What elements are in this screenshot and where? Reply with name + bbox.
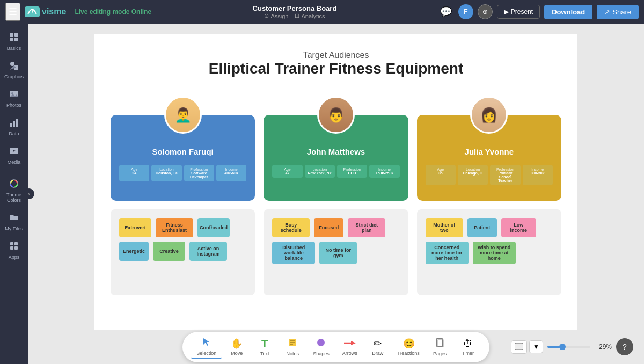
topbar: ☰ visme Live editing mode Online Custome… [0, 0, 644, 24]
svg-rect-17 [14, 242, 18, 245]
photos-label: Photos [6, 103, 21, 108]
present-button[interactable]: ▶ Present [497, 5, 540, 19]
my-files-label: My Files [5, 226, 23, 231]
tool-selection[interactable]: Selection [191, 335, 222, 359]
menu-icon: ☰ [9, 6, 17, 17]
view-toggle: ▼ [511, 340, 543, 354]
sticky-note: Patient [467, 218, 497, 237]
sidebar-item-data[interactable]: Data [1, 113, 27, 141]
tool-text[interactable]: T Text [252, 336, 277, 359]
svg-rect-1 [14, 33, 18, 37]
assign-action[interactable]: ⊙ Assign [264, 12, 288, 19]
draw-icon: ✏ [374, 338, 382, 350]
avatar-julia: 👩 [470, 96, 508, 134]
notes-label: Notes [286, 351, 299, 356]
canvas-content: Target Audiences Elliptical Trainer Fitn… [94, 34, 577, 330]
download-button[interactable]: Download [544, 5, 592, 19]
assign-icon: ⊙ [264, 12, 269, 19]
my-files-icon [9, 213, 19, 224]
canvas-subtitle: Target Audiences [111, 50, 561, 60]
stat-profession-john: Profession CEO [337, 165, 367, 178]
sticky-note: Focused [314, 218, 343, 237]
stat-age-solomon: Age 24 [119, 165, 149, 181]
tool-draw[interactable]: ✏ Draw [365, 336, 391, 358]
tool-timer[interactable]: ⏱ Timer [455, 336, 481, 358]
theme-colors-icon [9, 179, 19, 191]
sticky-note: Confheaded [197, 218, 230, 237]
persona-name-john: John Matthews [307, 147, 365, 156]
persona-stats-solomon: Age 24 Location Houston, TX Profession S… [119, 165, 246, 181]
avatar-john: 👨 [317, 96, 355, 134]
user-avatar-button[interactable]: F [458, 4, 473, 19]
sticky-panel-john[interactable]: Busy schedule Focused Strict diet plan D… [264, 209, 408, 295]
stat-profession-julia: Profession Primary School Teacher [490, 165, 520, 185]
sidebar-item-photos[interactable]: Photos [1, 85, 27, 112]
sticky-note: No time for gym [319, 242, 357, 264]
comment-button[interactable]: 💬 [438, 4, 454, 20]
group-avatar-button[interactable]: ⊕ [478, 4, 493, 19]
sticky-note: Active on Instagram [189, 242, 227, 261]
project-actions: ⊙ Assign ⊞ Analytics [264, 12, 325, 19]
zoom-slider-track[interactable] [547, 346, 590, 348]
analytics-action[interactable]: ⊞ Analytics [295, 12, 325, 19]
media-label: Media [8, 159, 21, 165]
bottom-toolbar: Selection ✋ Move T Text Notes [28, 330, 644, 364]
canvas-scroll[interactable]: Target Audiences Elliptical Trainer Fitn… [28, 24, 644, 330]
tool-shapes[interactable]: Shapes [308, 336, 335, 359]
tool-reactions[interactable]: 😊 Reactions [393, 336, 425, 358]
tool-arrows[interactable]: Arrows [337, 336, 363, 358]
move-icon: ✋ [231, 338, 243, 350]
sidebar-item-graphics[interactable]: Graphics [1, 56, 27, 84]
zoom-slider-thumb[interactable] [559, 344, 566, 350]
svg-rect-11 [13, 121, 15, 127]
reactions-label: Reactions [398, 351, 420, 356]
draw-label: Draw [372, 351, 383, 356]
sidebar-item-theme-colors[interactable]: Theme Colors [1, 174, 27, 207]
selection-label: Selection [196, 351, 216, 356]
sidebar-item-basics[interactable]: Basics [1, 28, 27, 55]
tool-pages[interactable]: Pages [427, 336, 453, 359]
photos-icon [9, 89, 19, 101]
share-button[interactable]: ↗ Share [597, 5, 639, 19]
svg-rect-12 [16, 119, 18, 127]
bottom-right-controls: ▼ 29% ? [511, 338, 633, 355]
sticky-panel-solomon[interactable]: Extrovert Fitness Enthusiast Confheaded … [111, 209, 255, 295]
svg-point-4 [10, 62, 14, 66]
zoom-control: 29% [547, 343, 612, 351]
help-button[interactable]: ? [616, 338, 633, 355]
view-toggle-button[interactable] [511, 340, 527, 354]
persona-card-john[interactable]: 👨 John Matthews Age 47 Location New York… [264, 115, 408, 201]
basics-icon [9, 32, 19, 44]
tool-notes[interactable]: Notes [280, 336, 305, 359]
sidebar-expand-button[interactable]: › [24, 188, 34, 199]
svg-marker-26 [351, 341, 356, 345]
svg-point-24 [317, 339, 325, 346]
tool-move[interactable]: ✋ Move [224, 336, 250, 358]
comment-icon: 💬 [440, 6, 452, 17]
arrows-label: Arrows [342, 351, 357, 356]
canvas-title: Elliptical Trainer Fitness Equipment [111, 60, 561, 77]
reactions-icon: 😊 [403, 338, 415, 350]
sidebar-item-my-files[interactable]: My Files [1, 208, 27, 236]
sticky-note: Strict diet plan [348, 218, 385, 237]
sidebar-item-apps[interactable]: Apps [1, 237, 27, 264]
sticky-panel-julia[interactable]: Mother of two Patient Low income Concern… [417, 209, 561, 295]
sticky-note: Concerned more time for her health [426, 242, 469, 264]
stat-income-julia: Income 30k-50k [523, 165, 553, 185]
persona-card-julia[interactable]: 👩 Julia Yvonne Age 35 Location Chicago, … [417, 115, 561, 201]
svg-rect-2 [10, 38, 13, 41]
basics-label: Basics [7, 46, 21, 51]
shapes-label: Shapes [313, 351, 330, 356]
sticky-note: Fitness Enthusiast [156, 218, 193, 237]
sticky-note: Creative [153, 242, 185, 261]
toolbar-pills: Selection ✋ Move T Text Notes [182, 332, 489, 362]
view-chevron-button[interactable]: ▼ [529, 340, 543, 353]
graphics-label: Graphics [4, 74, 24, 79]
persona-card-solomon[interactable]: 👨‍🦱 Solomon Faruqi Age 24 Location Houst… [111, 115, 255, 201]
svg-point-8 [11, 92, 13, 94]
graphics-icon [9, 61, 19, 72]
media-icon [9, 146, 19, 158]
menu-button[interactable]: ☰ [5, 3, 20, 21]
sidebar-item-media[interactable]: Media [1, 142, 27, 169]
stat-age-john: Age 47 [272, 165, 302, 178]
